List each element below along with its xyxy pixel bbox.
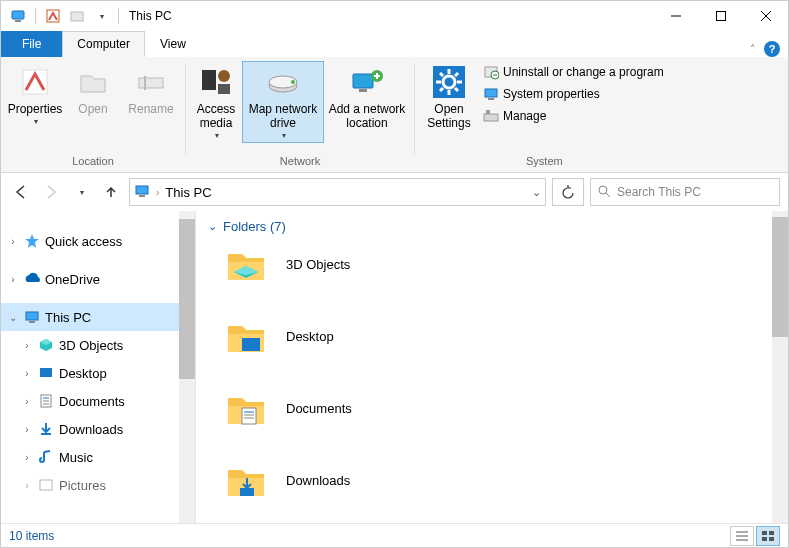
open-settings-button[interactable]: Open Settings: [421, 61, 477, 134]
tree-this-pc[interactable]: ⌄ This PC: [1, 303, 195, 331]
folder-downloads[interactable]: Downloads: [224, 458, 788, 502]
map-network-drive-icon: [265, 64, 301, 100]
address-bar[interactable]: › This PC ⌄: [129, 178, 546, 206]
add-network-location-button[interactable]: Add a network location: [326, 61, 408, 134]
content-pane: ⌄ Folders (7) 3D Objects Desktop Documen…: [196, 211, 788, 523]
properties-button[interactable]: Properties ▾: [7, 61, 63, 129]
tree-desktop[interactable]: › Desktop: [1, 359, 195, 387]
chevron-down-icon[interactable]: ⌄: [532, 186, 541, 199]
tree-scrollbar[interactable]: [179, 211, 195, 523]
tree-downloads[interactable]: › Downloads: [1, 415, 195, 443]
expand-icon[interactable]: ›: [21, 424, 33, 435]
up-button[interactable]: [99, 180, 123, 204]
breadcrumb[interactable]: This PC: [165, 185, 211, 200]
qat-new-folder-icon[interactable]: [66, 5, 88, 27]
access-media-button[interactable]: Access media▾: [192, 61, 240, 143]
3d-objects-icon: [37, 336, 55, 354]
rename-icon: [133, 64, 169, 100]
quick-access-icon: [23, 232, 41, 250]
svg-rect-13: [218, 84, 230, 94]
group-label-location: Location: [72, 153, 114, 170]
close-button[interactable]: [743, 1, 788, 31]
expand-icon[interactable]: ›: [21, 340, 33, 351]
tree-pictures[interactable]: › Pictures: [1, 471, 195, 499]
search-input[interactable]: Search This PC: [590, 178, 780, 206]
system-properties-icon: [483, 86, 499, 102]
folder-3d-objects[interactable]: 3D Objects: [224, 242, 788, 286]
expand-icon[interactable]: ›: [21, 452, 33, 463]
tree-3d-objects[interactable]: › 3D Objects: [1, 331, 195, 359]
onedrive-icon: [23, 270, 41, 288]
folders-section-header[interactable]: ⌄ Folders (7): [196, 211, 788, 242]
manage-icon: [483, 108, 499, 124]
tab-file[interactable]: File: [1, 31, 62, 57]
window-title: This PC: [129, 9, 172, 23]
system-properties-button[interactable]: System properties: [479, 83, 668, 105]
large-icons-view-button[interactable]: [756, 526, 780, 546]
svg-rect-1: [15, 20, 21, 22]
expand-icon[interactable]: ›: [7, 274, 19, 285]
svg-line-31: [440, 88, 443, 91]
svg-rect-61: [762, 531, 767, 535]
navigation-bar: ▾ › This PC ⌄ Search This PC: [1, 173, 788, 211]
svg-point-41: [599, 186, 607, 194]
documents-icon: [37, 392, 55, 410]
ribbon: Properties ▾ Open Rename Location: [1, 57, 788, 173]
svg-rect-5: [716, 12, 725, 21]
tab-view[interactable]: View: [145, 31, 201, 57]
svg-rect-38: [486, 110, 490, 114]
group-label-system: System: [526, 153, 563, 170]
add-network-location-icon: [349, 64, 385, 100]
tree-documents[interactable]: › Documents: [1, 387, 195, 415]
minimize-button[interactable]: [653, 1, 698, 31]
tree-onedrive[interactable]: › OneDrive: [1, 265, 195, 293]
svg-rect-43: [26, 312, 38, 320]
collapse-ribbon-icon[interactable]: ˄: [750, 43, 756, 56]
qat-this-pc-icon[interactable]: [7, 5, 29, 27]
expand-icon[interactable]: ›: [21, 480, 33, 491]
svg-point-12: [218, 70, 230, 82]
svg-rect-62: [769, 531, 774, 535]
scrollbar-thumb[interactable]: [772, 217, 788, 337]
tab-computer[interactable]: Computer: [62, 31, 145, 57]
open-button[interactable]: Open: [65, 61, 121, 120]
map-network-drive-button[interactable]: Map network drive▾: [242, 61, 324, 143]
svg-rect-40: [139, 195, 145, 197]
refresh-button[interactable]: [552, 178, 584, 206]
details-view-button[interactable]: [730, 526, 754, 546]
ribbon-tabstrip: File Computer View ˄ ?: [1, 31, 788, 57]
collapse-icon[interactable]: ⌄: [7, 312, 19, 323]
folder-documents[interactable]: Documents: [224, 386, 788, 430]
expand-icon[interactable]: ›: [21, 396, 33, 407]
svg-rect-17: [353, 74, 373, 88]
folder-desktop[interactable]: Desktop: [224, 314, 788, 358]
svg-rect-52: [242, 338, 260, 351]
uninstall-program-button[interactable]: Uninstall or change a program: [479, 61, 668, 83]
forward-button[interactable]: [39, 180, 63, 204]
svg-rect-0: [12, 11, 24, 19]
search-placeholder: Search This PC: [617, 185, 701, 199]
separator: [118, 8, 119, 24]
svg-rect-51: [40, 480, 52, 490]
uninstall-icon: [483, 64, 499, 80]
qat-customize-icon[interactable]: ▾: [90, 5, 112, 27]
tree-music[interactable]: › Music: [1, 443, 195, 471]
svg-rect-39: [136, 186, 148, 194]
help-icon[interactable]: ?: [764, 41, 780, 57]
tree-quick-access[interactable]: › Quick access: [1, 227, 195, 255]
expand-icon[interactable]: ›: [21, 368, 33, 379]
content-scrollbar[interactable]: [772, 211, 788, 523]
recent-locations-button[interactable]: ▾: [69, 180, 93, 204]
status-bar: 10 items: [1, 523, 788, 547]
expand-icon[interactable]: ›: [7, 236, 19, 247]
manage-button[interactable]: Manage: [479, 105, 668, 127]
back-button[interactable]: [9, 180, 33, 204]
folder-icon: [224, 458, 268, 502]
qat-properties-icon[interactable]: [42, 5, 64, 27]
item-count: 10 items: [9, 529, 54, 543]
chevron-down-icon: ▾: [282, 131, 286, 140]
maximize-button[interactable]: [698, 1, 743, 31]
svg-rect-18: [359, 89, 367, 92]
scrollbar-thumb[interactable]: [179, 219, 195, 379]
rename-button[interactable]: Rename: [123, 61, 179, 120]
